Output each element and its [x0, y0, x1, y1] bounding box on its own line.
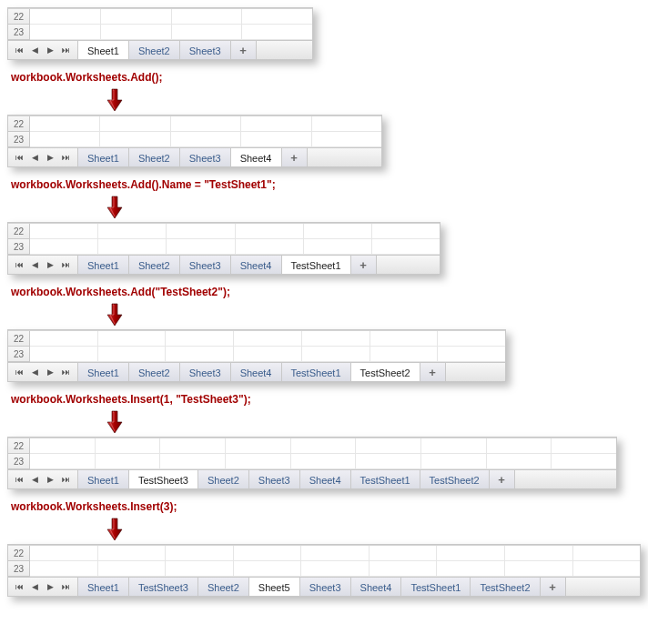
grid-cell[interactable]: [96, 454, 161, 469]
sheet-tab[interactable]: Sheet3: [180, 256, 231, 274]
nav-first-icon[interactable]: ⏮: [12, 471, 27, 488]
grid-cell[interactable]: [101, 25, 172, 40]
sheet-tab[interactable]: TestSheet1: [401, 578, 471, 596]
nav-next-icon[interactable]: ▶: [43, 257, 58, 274]
nav-last-icon[interactable]: ⏭: [58, 579, 74, 596]
nav-last-icon[interactable]: ⏭: [58, 42, 74, 59]
grid-cell[interactable]: [487, 438, 552, 454]
grid-cell[interactable]: [30, 561, 98, 577]
grid-cell[interactable]: [552, 438, 616, 454]
grid-cell[interactable]: [573, 546, 641, 561]
grid-cell[interactable]: [372, 224, 440, 239]
sheet-tab[interactable]: Sheet2: [129, 148, 180, 166]
grid-cell[interactable]: [304, 239, 372, 255]
grid-cell[interactable]: [242, 9, 312, 25]
grid-cell[interactable]: [437, 561, 505, 577]
row-header[interactable]: 22: [8, 224, 30, 239]
grid-cell[interactable]: [30, 546, 98, 561]
row-header[interactable]: 23: [8, 561, 30, 577]
grid-cell[interactable]: [166, 561, 234, 577]
nav-prev-icon[interactable]: ◀: [27, 579, 43, 596]
grid-cell[interactable]: [30, 239, 98, 255]
grid-cell[interactable]: [437, 546, 505, 561]
nav-prev-icon[interactable]: ◀: [27, 42, 43, 59]
grid-cell[interactable]: [172, 25, 243, 40]
nav-next-icon[interactable]: ▶: [43, 471, 58, 488]
add-sheet-button[interactable]: +: [420, 363, 446, 381]
grid-cell[interactable]: [30, 331, 98, 347]
grid-cell[interactable]: [438, 331, 505, 347]
grid-cell[interactable]: [421, 454, 487, 469]
grid-cell[interactable]: [356, 454, 421, 469]
nav-first-icon[interactable]: ⏮: [12, 364, 27, 381]
nav-next-icon[interactable]: ▶: [43, 42, 58, 59]
grid-cell[interactable]: [356, 438, 421, 454]
grid-cell[interactable]: [30, 25, 101, 40]
grid-cell[interactable]: [226, 438, 291, 454]
sheet-tab[interactable]: Sheet4: [231, 363, 282, 381]
nav-next-icon[interactable]: ▶: [43, 149, 58, 166]
grid-cell[interactable]: [291, 454, 357, 469]
sheet-tab[interactable]: TestSheet3: [129, 470, 198, 488]
grid-cell[interactable]: [236, 239, 304, 255]
grid-cell[interactable]: [98, 331, 167, 347]
grid-cell[interactable]: [234, 331, 302, 347]
grid-cell[interactable]: [312, 132, 381, 147]
grid-cell[interactable]: [98, 347, 167, 362]
row-header[interactable]: 22: [8, 331, 30, 347]
sheet-tab[interactable]: Sheet2: [129, 41, 180, 59]
grid-cell[interactable]: [98, 546, 167, 561]
grid-cell[interactable]: [438, 347, 505, 362]
sheet-tab[interactable]: Sheet3: [180, 41, 231, 59]
add-sheet-button[interactable]: +: [541, 578, 566, 596]
grid-cell[interactable]: [370, 546, 438, 561]
grid-cell[interactable]: [167, 224, 235, 239]
grid-cell[interactable]: [30, 224, 98, 239]
grid-cell[interactable]: [236, 224, 304, 239]
add-sheet-button[interactable]: +: [490, 470, 515, 488]
grid-cell[interactable]: [312, 116, 381, 132]
grid-cell[interactable]: [487, 454, 552, 469]
nav-prev-icon[interactable]: ◀: [27, 471, 43, 488]
grid-cell[interactable]: [234, 347, 302, 362]
grid-cell[interactable]: [421, 438, 487, 454]
grid-cell[interactable]: [291, 438, 357, 454]
grid-cell[interactable]: [101, 9, 172, 25]
grid-cell[interactable]: [370, 347, 439, 362]
grid-cell[interactable]: [171, 132, 241, 147]
sheet-tab[interactable]: Sheet2: [198, 578, 249, 596]
grid-cell[interactable]: [30, 132, 100, 147]
row-header[interactable]: 23: [8, 454, 30, 469]
sheet-tab[interactable]: TestSheet3: [129, 578, 198, 596]
grid-cell[interactable]: [30, 116, 100, 132]
nav-first-icon[interactable]: ⏮: [12, 257, 27, 274]
grid-cell[interactable]: [166, 331, 234, 347]
nav-last-icon[interactable]: ⏭: [58, 364, 74, 381]
nav-prev-icon[interactable]: ◀: [27, 149, 43, 166]
nav-last-icon[interactable]: ⏭: [58, 257, 74, 274]
sheet-tab[interactable]: Sheet4: [231, 148, 282, 166]
sheet-tab[interactable]: Sheet4: [351, 578, 402, 596]
sheet-tab[interactable]: Sheet1: [78, 41, 129, 59]
sheet-tab[interactable]: Sheet3: [180, 148, 231, 166]
grid-cell[interactable]: [505, 561, 573, 577]
grid-cell[interactable]: [301, 546, 370, 561]
sheet-tab[interactable]: Sheet4: [231, 256, 282, 274]
grid-cell[interactable]: [30, 454, 96, 469]
nav-first-icon[interactable]: ⏮: [12, 579, 27, 596]
nav-next-icon[interactable]: ▶: [43, 579, 58, 596]
grid-cell[interactable]: [98, 224, 167, 239]
row-header[interactable]: 22: [8, 116, 30, 132]
row-header[interactable]: 23: [8, 347, 30, 362]
nav-first-icon[interactable]: ⏮: [12, 149, 27, 166]
sheet-tab[interactable]: Sheet5: [249, 578, 300, 596]
sheet-tab[interactable]: Sheet4: [300, 470, 351, 488]
grid-cell[interactable]: [100, 116, 170, 132]
grid-cell[interactable]: [30, 438, 96, 454]
sheet-tab[interactable]: Sheet1: [78, 256, 129, 274]
grid-cell[interactable]: [573, 561, 641, 577]
grid-cell[interactable]: [100, 132, 170, 147]
add-sheet-button[interactable]: +: [231, 41, 257, 59]
nav-next-icon[interactable]: ▶: [43, 364, 58, 381]
grid-cell[interactable]: [166, 347, 234, 362]
